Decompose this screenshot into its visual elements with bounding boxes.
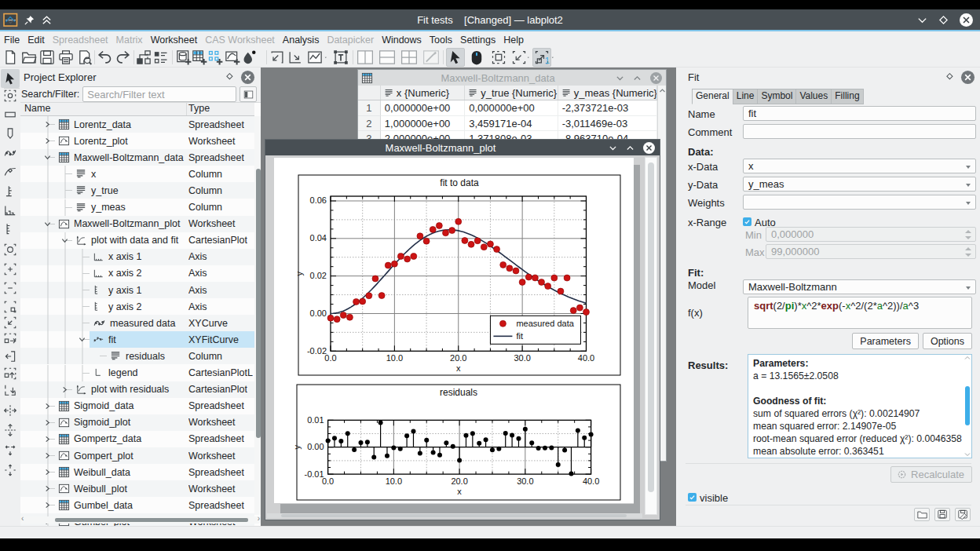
toolbar-navigate-mouse-button[interactable]: [467, 48, 486, 67]
tree-row-x-axis-2[interactable]: x axis 2Axis: [20, 265, 254, 282]
left-toolbar-arrows-expand-h-button[interactable]: [1, 441, 20, 460]
left-toolbar-xy-curve-button[interactable]: [1, 144, 20, 162]
minimize-icon[interactable]: [916, 14, 928, 26]
tree-row-x[interactable]: xColumn: [20, 166, 254, 182]
tree-row-residuals[interactable]: residualsColumn: [20, 348, 254, 364]
scrollbar-thumb[interactable]: [281, 514, 627, 517]
window-close-icon[interactable]: [649, 71, 663, 85]
close-icon[interactable]: [240, 70, 255, 85]
window-close-icon[interactable]: [642, 141, 656, 155]
tree-item[interactable]: fit: [93, 331, 187, 348]
worksheet-page[interactable]: fit to data0.010.020.030.040.0-0.020.000…: [274, 158, 634, 503]
toolbar-folder-open-button[interactable]: [20, 48, 38, 67]
dropdown-caret-icon[interactable]: [323, 48, 331, 67]
tree-row-Gompert_plot[interactable]: Gompert_plotWorksheet: [20, 447, 254, 464]
expander-closed-icon[interactable]: [44, 485, 52, 492]
tree-item[interactable]: legend: [93, 365, 187, 381]
weights-combobox[interactable]: [743, 195, 976, 210]
load-function-button[interactable]: [914, 508, 930, 521]
float-icon[interactable]: [223, 72, 233, 82]
plot-residuals[interactable]: residuals0.010.020.030.040.0-0.010.000.0…: [292, 385, 620, 500]
search-input[interactable]: [82, 86, 236, 102]
left-toolbar-axis-histogram-button[interactable]: [1, 201, 20, 220]
menu-tools[interactable]: Tools: [426, 33, 456, 47]
tree-item[interactable]: residuals: [110, 348, 187, 364]
cell[interactable]: 1,000000e+00: [381, 116, 465, 132]
tree-row-Lorentz_data[interactable]: Lorentz_dataSpreadsheet: [20, 116, 254, 133]
scrollbar-thumb[interactable]: [965, 386, 970, 425]
tree-horizontal-scrollbar[interactable]: ‹›: [20, 516, 261, 524]
results-textbox[interactable]: Parameters:a = 13.1565±2.0508 Goodness o…: [748, 354, 972, 458]
left-toolbar-cursor-arrow-button[interactable]: [1, 69, 20, 88]
left-toolbar-axis-ticks-button[interactable]: [1, 220, 20, 239]
maximize-icon[interactable]: [938, 14, 949, 26]
left-toolbar-box-arrow-right-button[interactable]: [1, 330, 20, 348]
cell[interactable]: -2,373721e-03: [558, 100, 657, 116]
left-toolbar-bracket-arrow-left-button[interactable]: [1, 347, 20, 366]
close-icon[interactable]: [960, 70, 975, 85]
left-toolbar-split-horizontal-button[interactable]: [1, 401, 20, 420]
toolbar-new-plot-button[interactable]: [305, 48, 324, 67]
expander-closed-icon[interactable]: [44, 137, 52, 144]
expander-closed-icon[interactable]: [44, 502, 52, 509]
toolbar-zoom-fit-one-button[interactable]: 1: [532, 48, 551, 67]
tree-row-Gompertz_data[interactable]: Gompertz_dataSpreadsheet: [20, 431, 254, 447]
tab-filling[interactable]: Filling: [831, 89, 863, 104]
left-toolbar-rect-horizontal-button[interactable]: [1, 105, 20, 124]
menu-settings[interactable]: Settings: [456, 33, 499, 47]
model-combobox[interactable]: Maxwell-Boltzmann: [743, 279, 976, 294]
tree-item[interactable]: measured data: [93, 315, 187, 331]
cell[interactable]: 0,000000e+00: [465, 100, 558, 116]
tree-item[interactable]: x axis 2: [93, 265, 187, 282]
expander-open-icon[interactable]: [44, 154, 52, 161]
spreadsheet-row[interactable]: 21,000000e+003,459171e-04-3,011469e-03: [358, 116, 657, 132]
tree-item[interactable]: Maxwell-Boltzmann_data: [58, 149, 187, 166]
worksheet-horizontal-scrollbar[interactable]: [267, 513, 642, 518]
toolbar-new-worksheet-button[interactable]: [223, 48, 242, 67]
scroll-right-arrow[interactable]: ›: [258, 514, 260, 523]
tree-vertical-scrollbar[interactable]: [254, 116, 261, 515]
tree-item[interactable]: y_true: [75, 182, 187, 199]
menu-help[interactable]: Help: [499, 33, 528, 47]
tree-item[interactable]: y_meas: [75, 199, 187, 216]
tree-item[interactable]: Weibull_data: [58, 464, 187, 480]
tree-item[interactable]: Lorentz_plot: [58, 133, 187, 149]
spin-buttons-icon[interactable]: [965, 229, 971, 240]
save-as-function-button[interactable]: [955, 508, 971, 521]
expander-closed-icon[interactable]: [44, 436, 52, 443]
toolbar-document-save-button[interactable]: [38, 48, 57, 67]
window-shade-icon[interactable]: [615, 73, 625, 83]
toolbar-import-corner2-button[interactable]: [286, 48, 305, 67]
tree-row-Sigmoid_data[interactable]: Sigmoid_dataSpreadsheet: [20, 398, 254, 414]
tree-row-Weibull_plot[interactable]: Weibull_plotWorksheet: [20, 480, 254, 497]
toolbar-edit-redo-button[interactable]: [114, 48, 133, 67]
toolbar-new-datapicker-button[interactable]: [240, 48, 258, 67]
tree-row-Sigmoid_plot[interactable]: Sigmoid_plotWorksheet: [20, 414, 254, 431]
tree-item[interactable]: x: [75, 166, 187, 182]
toolbar-import-corner-button[interactable]: [268, 48, 287, 67]
tree-item[interactable]: x axis 1: [93, 249, 187, 265]
toolbar-text-frame-button[interactable]: [331, 48, 350, 67]
menu-windows[interactable]: Windows: [378, 33, 426, 47]
cell[interactable]: 0,000000e+00: [381, 100, 465, 116]
visible-checkbox[interactable]: [688, 493, 697, 502]
tree-item[interactable]: y axis 2: [93, 298, 187, 315]
tree-row-measured-data[interactable]: measured dataXYCurve: [20, 315, 254, 331]
tree-row-Maxwell-Boltzmann_plot[interactable]: Maxwell-Boltzmann_plotWorksheet: [20, 216, 254, 232]
left-toolbar-axis-vertical-button[interactable]: [1, 182, 20, 201]
search-options-button[interactable]: [240, 86, 257, 102]
spreadsheet-row[interactable]: 10,000000e+000,000000e+00-2,373721e-03: [358, 100, 657, 116]
left-toolbar-select-dashed-button[interactable]: [1, 86, 20, 105]
toolbar-cursor-arrow-button[interactable]: [446, 48, 465, 67]
expander-open-icon[interactable]: [44, 221, 52, 228]
parameters-button[interactable]: Parameters: [852, 333, 919, 349]
menu-worksheet[interactable]: Worksheet: [147, 33, 202, 47]
left-toolbar-zoom-dashed-circle-button[interactable]: [1, 240, 20, 259]
column-header-0[interactable]: x {Numeric}: [381, 86, 465, 100]
tree-item[interactable]: Maxwell-Boltzmann_plot: [58, 216, 187, 232]
toolbar-edit-undo-button[interactable]: [95, 48, 114, 67]
toolbar-zoom-select-button[interactable]: [489, 48, 508, 67]
tree-row-Maxwell-Boltzmann_data[interactable]: Maxwell-Boltzmann_dataSpreadsheet: [20, 149, 254, 166]
cell[interactable]: -3,011469e-03: [558, 116, 657, 132]
expander-closed-icon[interactable]: [61, 386, 69, 393]
